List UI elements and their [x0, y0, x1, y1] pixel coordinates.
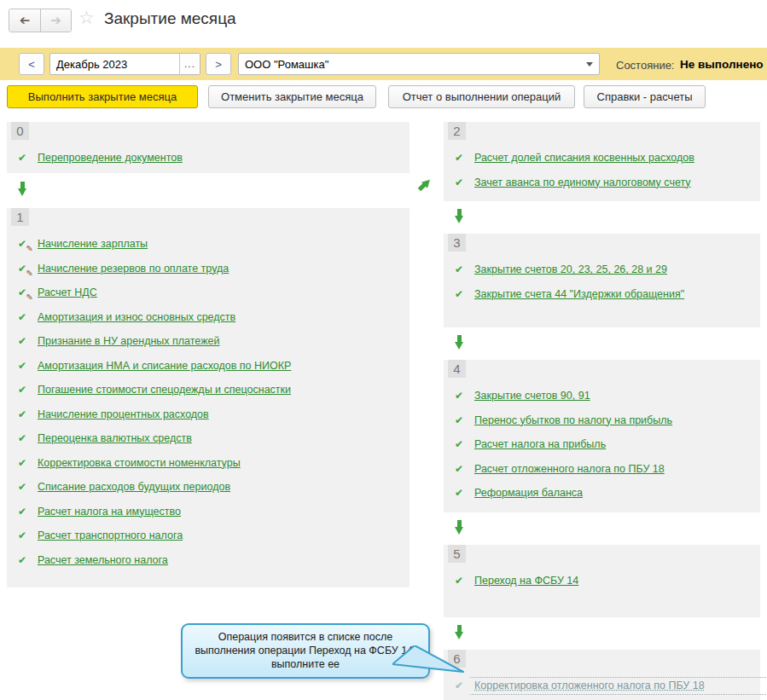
operation-link[interactable]: Закрытие счетов 20, 23, 25, 26, 28 и 29: [474, 263, 667, 275]
section-2: 2✔Расчет долей списания косвенных расход…: [444, 122, 760, 201]
check-icon: ✔: [15, 336, 29, 346]
operation-link[interactable]: Перенос убытков по налогу на прибыль: [474, 414, 672, 426]
operation-link[interactable]: Расчет налога на имущество: [38, 506, 181, 518]
organization-combobox[interactable]: ООО "Ромашка": [238, 53, 600, 75]
operation-row: ✔Перепроведение документов: [7, 146, 410, 171]
operation-link[interactable]: Признание в НУ арендных платежей: [38, 335, 219, 347]
operation-link[interactable]: Начисление резервов по оплате труда: [38, 263, 229, 275]
operation-row: ✔Расчет транспортного налога: [7, 524, 410, 548]
section-number: 4: [448, 360, 466, 378]
operation-row: ✔Начисление процентных расходов: [7, 402, 410, 427]
organization-value: ООО "Ромашка": [239, 58, 580, 71]
period-toolbar: < Декабрь 2023 ... > ООО "Ромашка" Состо…: [0, 48, 767, 80]
status-label: Состояние:: [616, 59, 674, 72]
check-icon: ✔: [15, 361, 29, 371]
operations-report-button[interactable]: Отчет о выполнении операций: [388, 85, 575, 108]
flow-arrow-row: [444, 617, 760, 646]
check-icon: ✔: [452, 153, 466, 163]
operation-row: ✔Расчет налога на прибыль: [444, 432, 760, 457]
section-4: 4✔Закрытие счетов 90, 91✔Перенос убытков…: [444, 360, 760, 512]
check-icon: ✔: [452, 177, 466, 188]
section-3: 3✔Закрытие счетов 20, 23, 25, 26, 28 и 2…: [444, 234, 760, 327]
operation-link[interactable]: Расчет отложенного налога по ПБУ 18: [474, 463, 665, 475]
operation-link[interactable]: Амортизация и износ основных средств: [38, 311, 235, 323]
operation-link[interactable]: Реформация баланса: [474, 487, 583, 499]
operation-link[interactable]: Перепроведение документов: [38, 152, 183, 164]
check-icon: ✔: [452, 576, 466, 586]
check-icon: ✔: [452, 264, 466, 275]
tooltip-callout: Операция появится в списке послевыполнен…: [181, 623, 430, 679]
flow-arrow-row: [444, 201, 760, 230]
operation-row: ✔Корректировка стоимости номенклатуры: [7, 451, 410, 476]
check-icon: ✔: [15, 433, 29, 443]
operation-link[interactable]: Расчет долей списания косвенных расходов: [474, 152, 694, 164]
operation-row: ✔Списание расходов будущих периодов: [7, 475, 410, 500]
operation-row: ✔Закрытие счета 44 "Издержки обращения": [444, 282, 760, 307]
forward-button[interactable]: ➔: [40, 9, 71, 32]
operation-link[interactable]: Переход на ФСБУ 14: [474, 575, 578, 587]
operation-link[interactable]: Амортизация НМА и списание расходов по Н…: [38, 360, 291, 372]
section-number: 3: [448, 234, 466, 252]
operation-link[interactable]: Расчет земельного налога: [38, 554, 168, 566]
operation-link[interactable]: Погашение стоимости спецодежды и спецосн…: [38, 384, 291, 396]
operation-row: ✔✎Начисление зарплаты: [7, 232, 410, 257]
check-edit-icon: ✔✎: [15, 287, 29, 298]
operation-link[interactable]: Расчет НДС: [38, 286, 97, 298]
operation-row: ✔Корректировка отложенного налога по ПБУ…: [444, 674, 760, 698]
operation-link[interactable]: Переоценка валютных средств: [38, 432, 192, 444]
pencil-icon: ✎: [26, 245, 33, 253]
favorite-star-icon[interactable]: ☆: [78, 8, 95, 28]
section-6: 6✔Корректировка отложенного налога по ПБ…: [444, 650, 760, 700]
cancel-month-closing-button[interactable]: Отменить закрытие месяца: [208, 85, 376, 108]
operation-link[interactable]: Расчет транспортного налога: [38, 529, 183, 541]
organization-dropdown-button[interactable]: [580, 54, 599, 74]
next-period-button[interactable]: >: [206, 53, 231, 75]
period-picker-button[interactable]: ...: [179, 54, 200, 74]
check-icon: ✔: [15, 312, 29, 322]
previous-period-button[interactable]: <: [19, 53, 44, 75]
check-icon: ✔: [452, 415, 466, 425]
actions-bar: Выполнить закрытие месяца Отменить закры…: [0, 85, 767, 109]
section-1: 1✔✎Начисление зарплаты✔✎Начисление резер…: [7, 208, 410, 587]
operation-link[interactable]: Зачет аванса по единому налоговому счету: [474, 176, 691, 188]
section-5: 5✔Переход на ФСБУ 14: [444, 545, 760, 617]
check-icon: ✔: [452, 439, 466, 449]
operation-link[interactable]: Начисление зарплаты: [38, 238, 148, 250]
execute-month-closing-button[interactable]: Выполнить закрытие месяца: [7, 85, 198, 108]
operation-row: ✔✎Расчет НДС: [7, 281, 410, 305]
operation-link[interactable]: Корректировка отложенного налога по ПБУ …: [474, 680, 705, 691]
arrow-down-icon: [455, 625, 464, 639]
operation-link[interactable]: Расчет налога на прибыль: [474, 438, 606, 450]
flow-arrow-row: [7, 173, 410, 205]
operation-row: ✔Перенос убытков по налогу на прибыль: [444, 408, 760, 433]
arrow-up-right-icon: [416, 176, 433, 194]
operation-row: ✔Расчет налога на имущество: [7, 500, 410, 524]
check-icon: ✔: [452, 488, 466, 498]
operation-row: ✔Закрытие счетов 20, 23, 25, 26, 28 и 29: [444, 257, 760, 282]
check-icon: ✔: [15, 530, 29, 541]
operation-link[interactable]: Закрытие счета 44 "Издержки обращения": [474, 288, 684, 300]
check-icon: ✔: [15, 153, 29, 163]
check-icon: ✔: [452, 289, 466, 299]
tooltip-tail: [392, 645, 474, 680]
references-calculations-button[interactable]: Справки - расчеты: [584, 85, 706, 108]
scheme-column-right: 2✔Расчет долей списания косвенных расход…: [444, 119, 760, 700]
operation-row: ✔Расчет земельного налога: [7, 548, 410, 573]
operation-link[interactable]: Начисление процентных расходов: [38, 408, 209, 420]
operation-row: ✔✎Начисление резервов по оплате труда: [7, 257, 410, 281]
operation-row: ✔Погашение стоимости спецодежды и спецос…: [7, 378, 410, 402]
operation-row: ✔Зачет аванса по единому налоговому счет…: [444, 171, 760, 195]
back-button[interactable]: ➔: [9, 9, 40, 32]
operation-link[interactable]: Списание расходов будущих периодов: [38, 481, 230, 493]
check-icon: ✔: [15, 555, 29, 565]
section-number: 1: [11, 208, 29, 226]
section-number: 0: [11, 122, 29, 140]
check-icon: ✔: [15, 458, 29, 468]
operation-link[interactable]: Закрытие счетов 90, 91: [474, 390, 590, 402]
operation-row: ✔Амортизация НМА и списание расходов по …: [7, 354, 410, 379]
period-field[interactable]: Декабрь 2023 ...: [49, 53, 200, 75]
operation-row: ✔Закрытие счетов 90, 91: [444, 384, 760, 408]
flow-arrow-row: [444, 512, 760, 541]
scheme-column-left: 0✔Перепроведение документов1✔✎Начисление…: [7, 119, 410, 587]
operation-link[interactable]: Корректировка стоимости номенклатуры: [38, 457, 241, 469]
